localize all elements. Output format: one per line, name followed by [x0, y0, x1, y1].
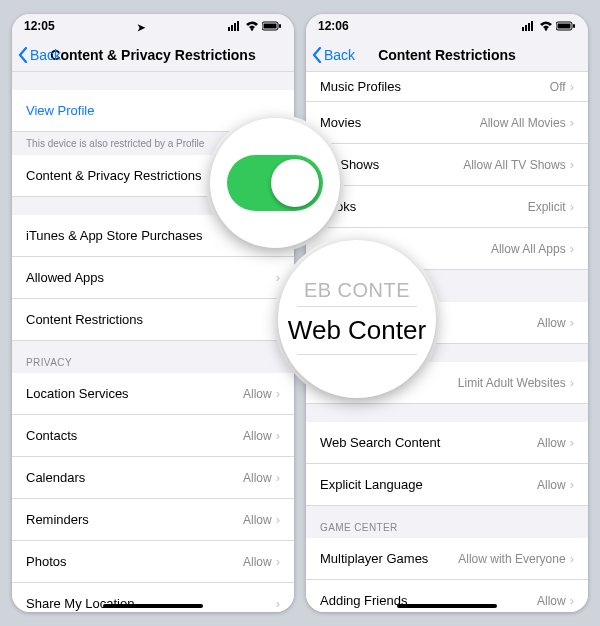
chevron-right-icon: ›	[276, 270, 280, 285]
clock: 12:05	[24, 19, 55, 33]
list-item[interactable]: Explicit LanguageAllow›	[306, 464, 588, 506]
list-item[interactable]: TV ShowsAllow All TV Shows›	[306, 144, 588, 186]
list-item[interactable]: Web Search ContentAllow›	[306, 422, 588, 464]
list-item[interactable]: Multiplayer GamesAllow with Everyone›	[306, 538, 588, 580]
wifi-icon	[245, 21, 259, 31]
svg-rect-3	[237, 21, 239, 31]
view-profile-label: View Profile	[26, 103, 280, 118]
battery-icon	[556, 21, 576, 31]
chevron-right-icon: ›	[570, 435, 574, 450]
chevron-right-icon: ›	[570, 315, 574, 330]
list-item[interactable]: BooksExplicit›	[306, 186, 588, 228]
chevron-right-icon: ›	[570, 157, 574, 172]
svg-rect-8	[522, 27, 524, 31]
left-phone: 12:05 ➤ Back Content & Privacy Restricti…	[12, 14, 294, 612]
svg-rect-1	[231, 25, 233, 31]
svg-rect-2	[234, 23, 236, 31]
status-right	[522, 21, 576, 31]
home-indicator[interactable]	[103, 604, 203, 608]
wifi-icon	[539, 21, 553, 31]
list-item[interactable]: CalendarsAllow›	[12, 457, 294, 499]
back-button[interactable]: Back	[312, 47, 355, 63]
list-item[interactable]: ContactsAllow›	[12, 415, 294, 457]
svg-rect-0	[228, 27, 230, 31]
chevron-right-icon: ›	[570, 115, 574, 130]
chevron-right-icon: ›	[276, 554, 280, 569]
chevron-right-icon: ›	[276, 596, 280, 611]
list-item[interactable]: Content Restrictions›	[12, 299, 294, 341]
nav-bar: Back Content Restrictions	[306, 38, 588, 72]
signal-icon	[228, 21, 242, 31]
list-item[interactable]: MoviesAllow All Movies›	[306, 102, 588, 144]
list-item[interactable]: Allowed Apps›	[12, 257, 294, 299]
chevron-right-icon: ›	[276, 470, 280, 485]
svg-rect-15	[573, 24, 575, 28]
back-button[interactable]: Back	[18, 47, 61, 63]
clock: 12:06	[318, 19, 349, 33]
game-center-header: Game Center	[306, 506, 588, 538]
mag-main-text: Web Conter	[288, 307, 426, 354]
svg-rect-10	[528, 23, 530, 31]
back-label: Back	[324, 47, 355, 63]
chevron-right-icon: ›	[570, 477, 574, 492]
battery-icon	[262, 21, 282, 31]
list-item[interactable]: RemindersAllow›	[12, 499, 294, 541]
location-icon: ➤	[137, 22, 145, 33]
chevron-left-icon	[312, 47, 322, 63]
chevron-right-icon: ›	[570, 241, 574, 256]
svg-point-12	[545, 28, 547, 30]
chevron-right-icon: ›	[570, 79, 574, 94]
magnifier-web-content: EB CONTE Web Conter	[278, 240, 436, 398]
back-label: Back	[30, 47, 61, 63]
chevron-right-icon: ›	[570, 375, 574, 390]
svg-rect-11	[531, 21, 533, 31]
chevron-right-icon: ›	[570, 199, 574, 214]
status-bar: 12:05 ➤	[12, 14, 294, 38]
svg-rect-7	[279, 24, 281, 28]
list-item[interactable]: Music ProfilesOff›	[306, 72, 588, 102]
status-right	[228, 21, 282, 31]
list-item[interactable]: Location ServicesAllow›	[12, 373, 294, 415]
signal-icon	[522, 21, 536, 31]
magnifier-toggle	[210, 118, 340, 248]
svg-point-4	[251, 28, 253, 30]
chevron-right-icon: ›	[570, 551, 574, 566]
mag-faded-top: EB CONTE	[304, 275, 410, 306]
list-item[interactable]: PhotosAllow›	[12, 541, 294, 583]
status-bar: 12:06	[306, 14, 588, 38]
home-indicator[interactable]	[397, 604, 497, 608]
chevron-right-icon: ›	[276, 386, 280, 401]
chevron-right-icon: ›	[570, 593, 574, 608]
svg-rect-9	[525, 25, 527, 31]
nav-bar: Back Content & Privacy Restrictions	[12, 38, 294, 72]
svg-rect-6	[263, 24, 276, 29]
chevron-right-icon: ›	[276, 428, 280, 443]
chevron-left-icon	[18, 47, 28, 63]
chevron-right-icon: ›	[276, 512, 280, 527]
restrictions-toggle-label: Content & Privacy Restrictions	[26, 168, 240, 183]
svg-rect-14	[557, 24, 570, 29]
privacy-header: Privacy	[12, 341, 294, 373]
big-toggle-on	[227, 155, 323, 211]
